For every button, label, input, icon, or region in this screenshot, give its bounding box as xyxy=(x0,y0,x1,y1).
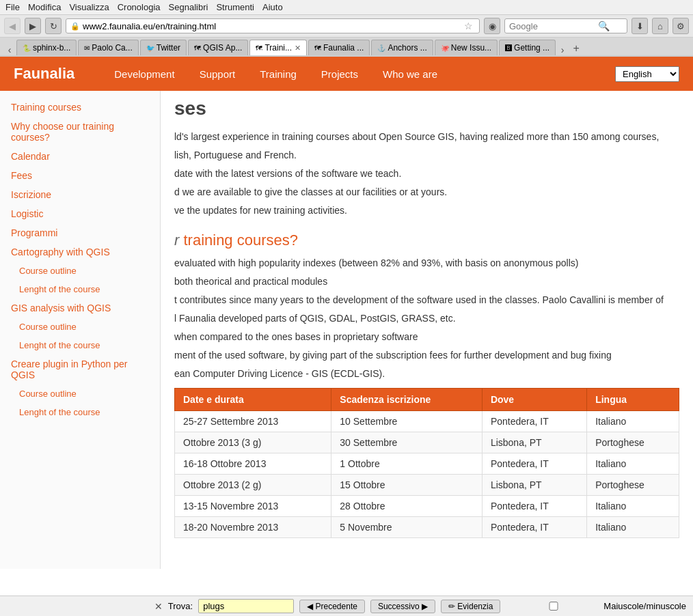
menu-visualizza[interactable]: Visualizza xyxy=(69,2,109,12)
sidebar-item-course-outline-2[interactable]: Course outline xyxy=(0,318,160,336)
menu-strumenti[interactable]: Strumenti xyxy=(216,2,254,12)
page-title: ses xyxy=(174,98,679,120)
table-row: 25-27 Settembre 201310 SettembrePonteder… xyxy=(175,411,679,432)
sidebar-item-course-outline-3[interactable]: Course outline xyxy=(0,384,160,403)
tabs-bar: ‹ 🐍 sphinx-b... ✉ Paolo Ca... 🐦 Twitter … xyxy=(0,38,693,57)
tab-qgis[interactable]: 🗺 QGIS Ap... xyxy=(188,40,248,55)
site-logo[interactable]: Faunalia xyxy=(14,65,74,83)
bullet-5: ment of the used software, by giving par… xyxy=(174,348,679,363)
nav-support[interactable]: Support xyxy=(187,57,248,91)
tab-anchors[interactable]: ⚓ Anchors ... xyxy=(371,40,433,55)
download-button[interactable]: ⬇ xyxy=(631,18,648,34)
menu-bar: File Modifica Visualizza Cronologia Segn… xyxy=(0,0,693,15)
sidebar-item-cartography[interactable]: Cartography with QGIS xyxy=(0,242,160,262)
table-cell: 30 Settembre xyxy=(331,432,483,453)
sidebar-item-creare-plugin[interactable]: Creare plugin in Python per QGIS xyxy=(0,354,160,384)
tab-next-button[interactable]: › xyxy=(557,44,568,55)
sidebar: Training courses Why choose our training… xyxy=(0,91,161,569)
search-bar[interactable]: 🔍 xyxy=(504,18,627,33)
tab-prev-button[interactable]: ‹ xyxy=(4,44,15,55)
sidebar-item-course-outline-1[interactable]: Course outline xyxy=(0,262,160,280)
sidebar-item-calendar[interactable]: Calendar xyxy=(0,147,160,166)
table-cell: 1 Ottobre xyxy=(331,453,483,475)
table-cell: 28 Ottobre xyxy=(331,496,483,517)
table-row: Ottobre 2013 (3 g)30 SettembreLisbona, P… xyxy=(175,432,679,453)
rss-button[interactable]: ◉ xyxy=(484,18,500,34)
bullet-2: t contributes since many years to the de… xyxy=(174,293,679,307)
sidebar-item-length-1[interactable]: Lenght of the course xyxy=(0,280,160,298)
table-row: 18-20 Novembre 20135 NovembrePontedera, … xyxy=(175,517,679,538)
bullet-4: when compared to the ones bases in propr… xyxy=(174,330,679,344)
new-tab-button[interactable]: + xyxy=(569,42,583,55)
tab-twitter[interactable]: 🐦 Twitter xyxy=(140,40,187,55)
table-cell: Italiano xyxy=(587,453,679,475)
bullet-6: ean Computer Driving Licence - GIS (ECDL… xyxy=(174,367,679,381)
bookmark-star-icon[interactable]: ☆ xyxy=(462,20,475,31)
table-cell: Pontedera, IT xyxy=(482,517,586,538)
nav-projects[interactable]: Projects xyxy=(309,57,370,91)
table-cell: 15 Ottobre xyxy=(331,475,483,496)
table-cell: 13-15 Novembre 2013 xyxy=(175,496,331,517)
nav-who-we-are[interactable]: Who we are xyxy=(370,57,450,91)
refresh-button[interactable]: ↻ xyxy=(45,18,62,34)
sidebar-item-gis-analysis[interactable]: GIS analysis with QGIS xyxy=(0,298,160,318)
content-para-3: d we are available to give the classes a… xyxy=(174,185,679,199)
table-cell: Lisbona, PT xyxy=(482,475,586,496)
home-button[interactable]: ⌂ xyxy=(652,18,668,34)
site-nav: Development Support Training Projects Wh… xyxy=(102,57,450,91)
table-row: 13-15 Novembre 201328 OttobrePontedera, … xyxy=(175,496,679,517)
table-cell: Lisbona, PT xyxy=(482,432,586,453)
tab-faunalia[interactable]: 🗺 Faunalia ... xyxy=(308,40,370,55)
content-para-4: ve the updates for new training activiti… xyxy=(174,204,679,218)
search-icon[interactable]: 🔍 xyxy=(598,20,610,31)
page-layout: Training courses Why choose our training… xyxy=(0,91,693,569)
menu-modifica[interactable]: Modifica xyxy=(28,2,61,12)
sidebar-item-length-2[interactable]: Lenght of the course xyxy=(0,336,160,354)
sidebar-item-logistic[interactable]: Logistic xyxy=(0,204,160,223)
language-select-container[interactable]: English Italiano Português Français xyxy=(615,66,679,82)
table-cell: Ottobre 2013 (3 g) xyxy=(175,432,331,453)
content-para-1: lish, Portuguese and French. xyxy=(174,148,679,163)
sidebar-item-programmi[interactable]: Programmi xyxy=(0,223,160,242)
table-cell: Portoghese xyxy=(587,432,679,453)
back-button[interactable]: ◀ xyxy=(4,18,21,34)
sidebar-item-length-3[interactable]: Lenght of the course xyxy=(0,403,160,421)
search-input[interactable] xyxy=(509,21,598,31)
table-cell: Pontedera, IT xyxy=(482,453,586,475)
toolbar: ◀ ▶ ↻ 🔒 ☆ ◉ 🔍 ⬇ ⌂ ⚙ xyxy=(0,15,693,38)
table-row: 16-18 Ottobre 20131 OttobrePontedera, IT… xyxy=(175,453,679,475)
menu-cronologia[interactable]: Cronologia xyxy=(118,2,161,12)
tab-close-icon[interactable]: ✕ xyxy=(295,44,301,53)
table-header-dove: Dove xyxy=(482,389,586,411)
nav-development[interactable]: Development xyxy=(102,57,187,91)
table-cell: Italiano xyxy=(587,517,679,538)
nav-training[interactable]: Training xyxy=(247,57,309,91)
forward-button[interactable]: ▶ xyxy=(25,18,41,34)
section-title: r training courses? xyxy=(174,232,679,249)
sidebar-item-training-courses[interactable]: Training courses xyxy=(0,98,160,117)
table-header-date: Date e durata xyxy=(175,389,331,411)
menu-aiuto[interactable]: Aiuto xyxy=(262,2,283,12)
table-cell: Italiano xyxy=(587,496,679,517)
sidebar-item-why-choose[interactable]: Why choose our training courses? xyxy=(0,117,160,147)
tab-paolo[interactable]: ✉ Paolo Ca... xyxy=(78,40,138,55)
language-dropdown[interactable]: English Italiano Português Français xyxy=(615,66,679,82)
table-cell: Italiano xyxy=(587,411,679,432)
sidebar-item-iscrizione[interactable]: Iscrizione xyxy=(0,185,160,204)
url-input[interactable] xyxy=(83,21,462,31)
address-bar[interactable]: 🔒 ☆ xyxy=(66,18,480,33)
tab-training-active[interactable]: 🗺 Traini... ✕ xyxy=(249,40,307,55)
bullet-0: evaluated with high popularity indexes (… xyxy=(174,256,679,270)
more-button[interactable]: ⚙ xyxy=(672,18,689,34)
tab-new-issue[interactable]: 🐙 New Issu... xyxy=(435,40,498,55)
table-cell: 18-20 Novembre 2013 xyxy=(175,517,331,538)
table-cell: 10 Settembre xyxy=(331,411,483,432)
tab-getting[interactable]: 🅱 Getting ... xyxy=(499,40,556,55)
table-cell: 25-27 Settembre 2013 xyxy=(175,411,331,432)
menu-file[interactable]: File xyxy=(5,2,20,12)
table-cell: Portoghese xyxy=(587,475,679,496)
sidebar-item-fees[interactable]: Fees xyxy=(0,166,160,185)
menu-segnalibri[interactable]: Segnalibri xyxy=(169,2,208,12)
table-cell: Pontedera, IT xyxy=(482,411,586,432)
tab-sphinx[interactable]: 🐍 sphinx-b... xyxy=(16,40,77,55)
